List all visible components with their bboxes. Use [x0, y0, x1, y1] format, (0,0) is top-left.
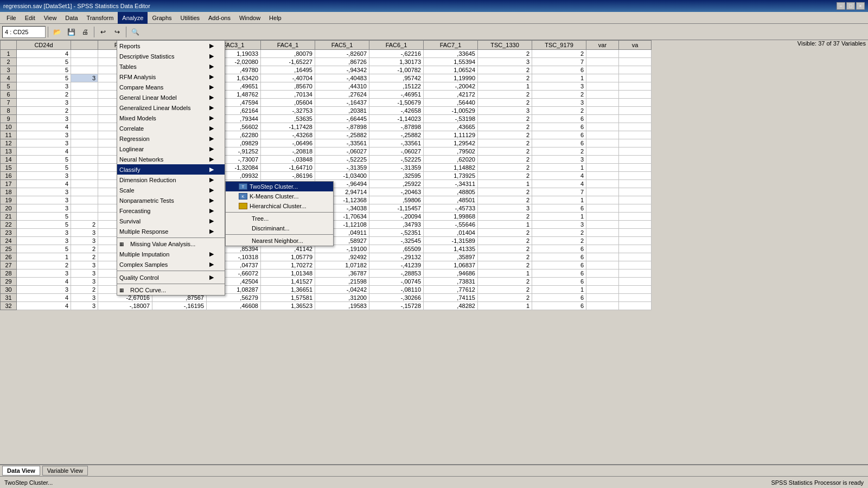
- menu-entry-loglinear[interactable]: Loglinear▶: [117, 144, 225, 154]
- cell[interactable]: 3: [71, 269, 98, 278]
- cell[interactable]: [71, 180, 98, 188]
- close-button[interactable]: ×: [856, 2, 865, 10]
- cell[interactable]: [71, 58, 98, 66]
- cell[interactable]: [586, 172, 619, 180]
- cell-reference-box[interactable]: 4 : CD25: [2, 26, 46, 38]
- cell[interactable]: -,20042: [424, 82, 478, 91]
- cell[interactable]: 6: [532, 245, 586, 253]
- row-number[interactable]: 21: [1, 213, 17, 221]
- cell[interactable]: 1,06837: [424, 261, 478, 269]
- cell[interactable]: 3: [17, 139, 71, 147]
- cell[interactable]: [71, 91, 98, 99]
- menu-entry-complex-samples[interactable]: Complex Samples▶: [117, 259, 225, 269]
- cell[interactable]: [619, 156, 652, 164]
- table-row[interactable]: 35,62394,38467,49780,16495-,94342-1,0078…: [1, 66, 652, 74]
- cell[interactable]: 4: [17, 147, 71, 156]
- cell[interactable]: 1,55394: [424, 58, 478, 66]
- table-row[interactable]: 163,315441,05360,09932-,86196-1,03400,32…: [1, 172, 652, 180]
- cell[interactable]: [586, 294, 619, 302]
- submenu-discriminant[interactable]: Discriminant...: [226, 223, 333, 233]
- cell[interactable]: ,19583: [315, 302, 369, 310]
- table-row[interactable]: 2943-,01650,38019,425041,41527,21598-,00…: [1, 278, 652, 286]
- cell[interactable]: -,31359: [369, 164, 424, 172]
- table-row[interactable]: 123,56006,35764,09829-,06496-,33561-,335…: [1, 139, 652, 147]
- row-number[interactable]: 7: [1, 99, 17, 107]
- cell[interactable]: 1,19990: [424, 74, 478, 82]
- cell[interactable]: [619, 50, 652, 58]
- cell[interactable]: [586, 147, 619, 156]
- cell[interactable]: [619, 302, 652, 310]
- cell[interactable]: ,92492: [315, 253, 369, 261]
- cell[interactable]: ,79502: [424, 147, 478, 156]
- cell[interactable]: ,21598: [315, 278, 369, 286]
- submenu-twostep[interactable]: T TwoStep Cluster...: [226, 182, 333, 191]
- cell[interactable]: 1,11129: [424, 131, 478, 139]
- cell[interactable]: ,05604: [261, 99, 315, 107]
- cell[interactable]: [586, 245, 619, 253]
- menu-graphs[interactable]: Graphs: [148, 12, 176, 24]
- cell[interactable]: 6: [532, 131, 586, 139]
- cell[interactable]: 5: [17, 164, 71, 172]
- menu-entry-descriptive[interactable]: Descriptive Statistics▶: [117, 51, 225, 61]
- cell[interactable]: [619, 91, 652, 99]
- cell[interactable]: -,40483: [315, 74, 369, 82]
- cell[interactable]: 2: [71, 253, 98, 261]
- cell[interactable]: 3: [71, 302, 98, 310]
- cell[interactable]: [586, 269, 619, 278]
- cell[interactable]: -,20818: [261, 147, 315, 156]
- cell[interactable]: ,70134: [261, 91, 315, 99]
- cell[interactable]: -,45733: [424, 204, 478, 213]
- cell[interactable]: [71, 131, 98, 139]
- cell[interactable]: ,48501: [424, 196, 478, 204]
- cell[interactable]: [71, 139, 98, 147]
- row-number[interactable]: 10: [1, 123, 17, 131]
- cell[interactable]: [586, 91, 619, 99]
- cell[interactable]: [619, 278, 652, 286]
- menu-entry-neural[interactable]: Neural Networks▶: [117, 154, 225, 164]
- cell[interactable]: [619, 66, 652, 74]
- cell[interactable]: 2: [478, 294, 532, 302]
- cell[interactable]: [71, 123, 98, 131]
- cell[interactable]: 2: [478, 91, 532, 99]
- cell[interactable]: -,42658: [369, 107, 424, 115]
- row-number[interactable]: 6: [1, 91, 17, 99]
- cell[interactable]: [586, 66, 619, 74]
- cell[interactable]: 1: [478, 221, 532, 229]
- cell[interactable]: -,52225: [369, 156, 424, 164]
- cell[interactable]: 2: [478, 229, 532, 237]
- cell[interactable]: 2: [478, 164, 532, 172]
- cell[interactable]: ,85670: [261, 82, 315, 91]
- cell[interactable]: 2: [478, 139, 532, 147]
- cell[interactable]: [71, 66, 98, 74]
- toolbar-find-button[interactable]: 🔍: [129, 25, 142, 38]
- row-number[interactable]: 32: [1, 302, 17, 310]
- cell[interactable]: -,40704: [261, 74, 315, 82]
- cell[interactable]: ,32595: [369, 172, 424, 180]
- cell[interactable]: 6: [532, 139, 586, 147]
- cell[interactable]: -1,03400: [315, 172, 369, 180]
- row-number[interactable]: 23: [1, 229, 17, 237]
- cell[interactable]: 5: [17, 58, 71, 66]
- cell[interactable]: 2: [478, 261, 532, 269]
- cell[interactable]: -,04242: [315, 286, 369, 294]
- cell[interactable]: -,52351: [369, 229, 424, 237]
- variable-view-tab[interactable]: Variable View: [42, 466, 88, 476]
- menu-entry-tables[interactable]: Tables▶: [117, 61, 225, 72]
- cell[interactable]: 6: [532, 66, 586, 74]
- cell[interactable]: -1,65227: [261, 58, 315, 66]
- cell[interactable]: 6: [532, 115, 586, 123]
- cell[interactable]: [619, 139, 652, 147]
- cell[interactable]: -,03848: [261, 156, 315, 164]
- maximize-button[interactable]: □: [846, 2, 855, 10]
- cell[interactable]: ,65509: [369, 245, 424, 253]
- cell[interactable]: ,74115: [424, 294, 478, 302]
- cell[interactable]: 2: [478, 253, 532, 261]
- cell[interactable]: 3: [71, 229, 98, 237]
- cell[interactable]: [619, 180, 652, 188]
- cell[interactable]: 3: [71, 74, 98, 82]
- cell[interactable]: 1: [532, 164, 586, 172]
- cell[interactable]: 1: [532, 74, 586, 82]
- row-number[interactable]: 12: [1, 139, 17, 147]
- cell[interactable]: -,15728: [369, 302, 424, 310]
- cell[interactable]: 2: [478, 123, 532, 131]
